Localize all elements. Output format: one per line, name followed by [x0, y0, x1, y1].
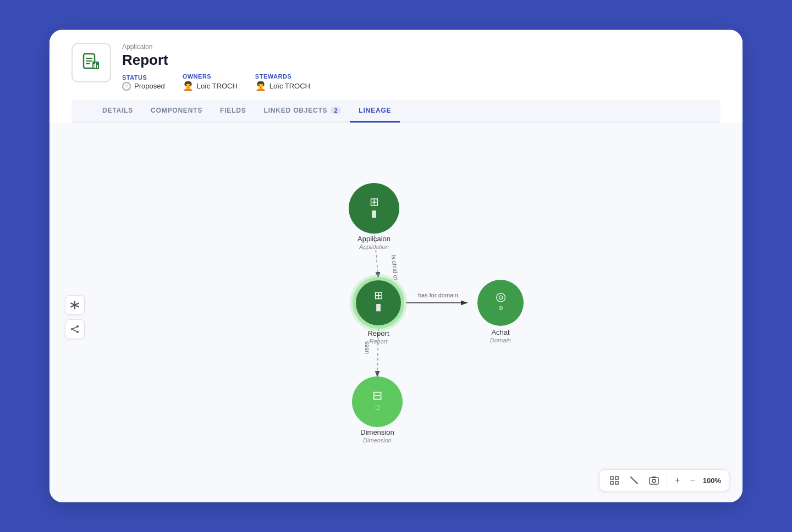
edge-label-domain: has for domain: [418, 292, 458, 298]
tab-components[interactable]: COMPONENTS: [142, 100, 211, 123]
svg-line-15: [73, 330, 76, 331]
asset-category: Applicaion: [122, 43, 310, 51]
node-report-icon2: ▐▌: [374, 303, 383, 312]
camera-icon: [649, 475, 659, 485]
svg-rect-7: [97, 65, 98, 68]
owners-value: 🧑‍🦱 Loïc TROCH: [183, 81, 238, 91]
edge-label-uses: uses: [363, 341, 370, 354]
meta-row: Status ? Proposed Owners 🧑‍🦱 Loïc TROCH: [122, 73, 310, 91]
svg-rect-20: [610, 481, 613, 484]
node-report-sublabel: Report: [369, 338, 388, 345]
zoom-controls: + − 100%: [599, 469, 729, 491]
graph-canvas: is child of has for domain uses ⊞ ▐▌ App…: [50, 123, 743, 502]
node-application[interactable]: [349, 183, 399, 234]
controls-divider: [667, 475, 667, 486]
zoom-in-button[interactable]: +: [673, 474, 682, 486]
node-report-label: Report: [367, 329, 389, 337]
asset-icon-box: [72, 43, 111, 82]
asterisk-icon: [70, 300, 80, 310]
node-dimension-icon2: ◻: [375, 404, 380, 411]
zoom-percent: 100%: [703, 476, 721, 485]
stewards-meta: Stewards 🧑‍🦱 Loïc TROCH: [255, 73, 310, 91]
header-top: Applicaion Report Status ? Proposed Owne…: [72, 43, 721, 91]
node-dimension-sublabel: Dimension: [363, 437, 392, 444]
fit-view-icon: [609, 475, 619, 485]
tab-details[interactable]: DETAILS: [94, 100, 142, 123]
steward-avatar: 🧑‍🦱: [255, 81, 266, 91]
stewards-value: 🧑‍🦱 Loïc TROCH: [255, 81, 310, 91]
sidebar-tools: [65, 295, 85, 339]
svg-point-12: [76, 325, 79, 328]
linked-objects-badge: 2: [331, 107, 341, 114]
svg-rect-19: [615, 476, 618, 479]
edge-label-child: is child of: [391, 254, 399, 281]
node-application-icon: ⊞: [370, 196, 379, 208]
header: Applicaion Report Status ? Proposed Owne…: [50, 30, 743, 123]
tab-lineage[interactable]: LINEAGE: [350, 100, 400, 123]
header-info: Applicaion Report Status ? Proposed Owne…: [122, 43, 310, 91]
fit-view-button[interactable]: [607, 474, 622, 486]
node-achat-label: Achat: [491, 328, 510, 336]
diagonal-line-icon: [629, 475, 639, 485]
node-achat-sublabel: Domain: [490, 337, 511, 343]
node-dimension-label: Dimension: [360, 428, 394, 436]
owners-meta: Owners 🧑‍🦱 Loïc TROCH: [183, 73, 238, 91]
node-dimension-icon: ⊟: [372, 389, 382, 402]
svg-rect-25: [652, 476, 656, 478]
report-icon: [80, 52, 102, 74]
select-tool-button[interactable]: [627, 474, 641, 486]
svg-rect-6: [95, 63, 96, 68]
owners-label: Owners: [183, 73, 238, 80]
svg-rect-21: [615, 481, 618, 484]
screenshot-button[interactable]: [647, 474, 661, 486]
owner-avatar: 🧑‍🦱: [183, 81, 194, 91]
star-tool-button[interactable]: [65, 295, 85, 315]
svg-point-13: [76, 331, 79, 333]
svg-line-14: [73, 327, 76, 329]
node-achat-icon: ◎: [496, 290, 506, 303]
share-icon: [70, 324, 80, 334]
status-value: ? Proposed: [122, 82, 165, 91]
node-achat-icon2: ⊕: [498, 304, 503, 311]
svg-line-22: [631, 477, 637, 484]
node-application-label: Applicaion: [358, 235, 391, 243]
node-report[interactable]: [354, 279, 403, 327]
svg-point-24: [652, 479, 656, 483]
lineage-graph: is child of has for domain uses ⊞ ▐▌ App…: [50, 123, 743, 502]
node-report-icon: ⊞: [374, 289, 383, 301]
tab-linked-objects[interactable]: LINKED OBJECTS 2: [255, 100, 350, 123]
tab-fields[interactable]: FIELDS: [211, 100, 255, 123]
share-tool-button[interactable]: [65, 319, 85, 339]
node-application-icon2: ▐▌: [370, 210, 378, 218]
svg-rect-5: [94, 64, 95, 68]
zoom-out-button[interactable]: −: [688, 474, 697, 486]
asset-title: Report: [122, 52, 310, 69]
svg-rect-18: [610, 476, 613, 479]
node-application-sublabel: Application: [359, 243, 389, 250]
tabs-bar: DETAILS COMPONENTS FIELDS LINKED OBJECTS…: [72, 100, 721, 123]
status-label: Status: [122, 74, 165, 81]
svg-rect-23: [650, 478, 658, 484]
svg-point-11: [71, 328, 73, 330]
status-meta: Status ? Proposed: [122, 74, 165, 91]
graph-svg: is child of has for domain uses ⊞ ▐▌ App…: [204, 153, 588, 472]
stewards-label: Stewards: [255, 73, 310, 80]
status-circle-icon: ?: [122, 82, 131, 91]
main-card: Applicaion Report Status ? Proposed Owne…: [50, 30, 743, 502]
